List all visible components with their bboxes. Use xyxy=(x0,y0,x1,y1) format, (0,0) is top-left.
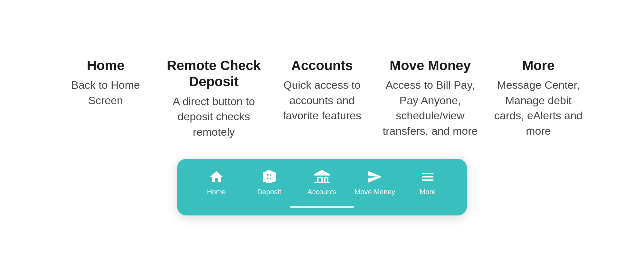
tab-move-money-label: Move Money xyxy=(355,188,395,196)
deposit-subtitle: A direct button to deposit checks remote… xyxy=(166,94,261,140)
tab-more[interactable]: More xyxy=(401,168,454,196)
accounts-subtitle: Quick access to accounts and favorite fe… xyxy=(274,77,370,123)
move-money-icon xyxy=(366,168,383,185)
tab-deposit[interactable]: Deposit xyxy=(243,168,296,196)
home-subtitle: Back to Home Screen xyxy=(58,77,153,108)
tab-move-money[interactable]: Move Money xyxy=(348,168,401,196)
home-title: Home xyxy=(58,58,153,74)
deposit-description: Remote Check Deposit A direct button to … xyxy=(160,58,268,140)
move-money-subtitle: Access to Bill Pay, Pay Anyone, schedule… xyxy=(383,77,478,139)
tab-deposit-label: Deposit xyxy=(257,188,281,196)
tab-more-label: More xyxy=(420,188,436,196)
main-container: Home Back to Home Screen Remote Check De… xyxy=(32,58,612,216)
tab-bar-items: Home Deposit xyxy=(190,168,454,196)
tab-home-label: Home xyxy=(207,188,226,196)
descriptions-row: Home Back to Home Screen Remote Check De… xyxy=(32,58,612,140)
home-icon xyxy=(208,168,225,185)
accounts-description: Accounts Quick access to accounts and fa… xyxy=(268,58,376,123)
tab-home[interactable]: Home xyxy=(190,168,243,196)
move-money-description: Move Money Access to Bill Pay, Pay Anyon… xyxy=(376,58,484,139)
more-subtitle: Message Center, Manage debit cards, eAle… xyxy=(491,77,586,139)
more-description: More Message Center, Manage debit cards,… xyxy=(484,58,592,139)
home-description: Home Back to Home Screen xyxy=(52,58,160,108)
deposit-icon xyxy=(261,168,278,185)
accounts-title: Accounts xyxy=(274,58,370,74)
deposit-title: Remote Check Deposit xyxy=(166,58,261,90)
move-money-title: Move Money xyxy=(383,58,478,74)
more-title: More xyxy=(491,58,586,74)
home-indicator-bar xyxy=(290,206,354,208)
tab-accounts-label: Accounts xyxy=(308,188,337,196)
svg-rect-0 xyxy=(314,182,330,183)
tab-bar: Home Deposit xyxy=(177,159,467,215)
accounts-icon xyxy=(314,168,330,185)
more-icon xyxy=(419,168,436,185)
tab-accounts[interactable]: Accounts xyxy=(296,168,348,196)
